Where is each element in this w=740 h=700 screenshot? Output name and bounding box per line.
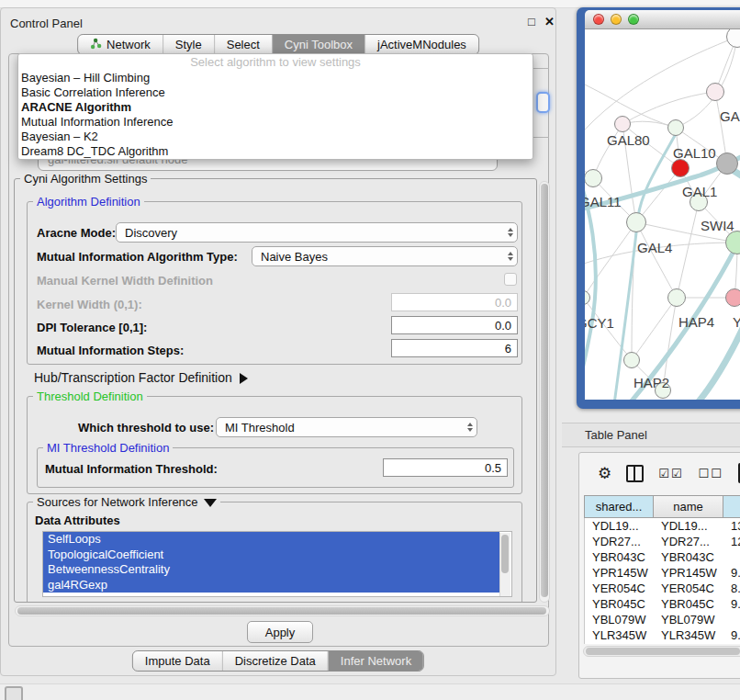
network-node-unlabeled[interactable] bbox=[716, 152, 738, 175]
stepper-icon bbox=[508, 228, 513, 237]
select-all-checks-icon[interactable]: ☑☑ bbox=[658, 468, 683, 480]
tab-infer-network[interactable]: Infer Network bbox=[328, 651, 423, 671]
network-node-gal10[interactable] bbox=[667, 119, 684, 136]
algorithm-option[interactable]: Dream8 DC_TDC Algorithm bbox=[18, 144, 533, 159]
cell: YBR043C bbox=[585, 549, 654, 565]
which-threshold-combobox[interactable]: MI Threshold bbox=[216, 417, 477, 437]
dropdown-placeholder: Select algorithm to view settings bbox=[18, 54, 533, 71]
mi-type-combobox[interactable]: Naive Bayes bbox=[252, 246, 518, 266]
algorithm-option[interactable]: Bayesian – Hill Climbing bbox=[18, 71, 533, 85]
group-title: Threshold Definition bbox=[33, 390, 147, 403]
tab-impute-data[interactable]: Impute Data bbox=[133, 651, 222, 671]
table-row[interactable]: YPR145WYPR145W9. bbox=[585, 565, 740, 581]
cell: 12 bbox=[723, 534, 740, 549]
network-window-titlebar[interactable] bbox=[585, 10, 740, 29]
tab-label: Network bbox=[107, 38, 151, 51]
mi-steps-field[interactable]: 6 bbox=[391, 339, 518, 357]
manual-kernel-label: Manual Kernel Width Definition bbox=[37, 274, 213, 288]
attribute-item[interactable]: BetweennessCentrality bbox=[43, 562, 499, 578]
cyni-bottom-tabbar: Impute Data Discretize Data Infer Networ… bbox=[132, 650, 424, 672]
node-label: GAL80 bbox=[607, 132, 650, 148]
table-row[interactable]: YER054CYER054C8. bbox=[585, 581, 740, 596]
tab-label: Select bbox=[227, 38, 260, 51]
table-row[interactable]: YDL19...YDL19...13 bbox=[585, 518, 740, 534]
dpi-tolerance-field[interactable]: 0.0 bbox=[391, 316, 518, 334]
algorithm-option[interactable]: Basic Correlation Inference bbox=[18, 85, 533, 100]
tab-label: Infer Network bbox=[341, 654, 411, 668]
table-row[interactable]: YBR043CYBR043C bbox=[585, 549, 740, 565]
kernel-width-field[interactable]: 0.0 bbox=[391, 293, 518, 311]
mi-type-label: Mutual Information Algorithm Type: bbox=[37, 250, 238, 264]
network-node-gal80[interactable] bbox=[614, 116, 631, 132]
split-columns-icon[interactable] bbox=[626, 465, 644, 482]
column-header-name[interactable]: name bbox=[654, 496, 723, 517]
network-node-gal11[interactable] bbox=[585, 169, 602, 187]
sources-title-label: Sources for Network Inference bbox=[37, 495, 198, 509]
node-label: GCY1 bbox=[585, 315, 614, 331]
control-panel-window: Control Panel □ ✕ Network bbox=[0, 7, 556, 676]
hub-definition-label: Hub/Transcription Factor Definition bbox=[34, 370, 232, 385]
tab-select[interactable]: Select bbox=[214, 35, 272, 54]
table-row[interactable]: YLR345WYLR345W9. bbox=[585, 627, 740, 643]
node-label: GAL11 bbox=[585, 194, 622, 209]
tab-network[interactable]: Network bbox=[78, 35, 163, 54]
algorithm-option[interactable]: Mutual Information Inference bbox=[18, 115, 533, 130]
cell: YLR345W bbox=[654, 627, 723, 643]
network-node-y[interactable] bbox=[725, 288, 740, 307]
threshold-definition-group: Threshold Definition Which threshold to … bbox=[27, 396, 522, 494]
mi-threshold-field[interactable]: 0.5 bbox=[383, 458, 508, 477]
restore-panel-icon[interactable] bbox=[5, 686, 23, 700]
node-label: HAP4 bbox=[678, 314, 714, 330]
attribute-item[interactable]: gal4RGexp bbox=[43, 578, 499, 593]
zoom-traffic-light-icon[interactable] bbox=[628, 14, 639, 25]
combobox-value: Naive Bayes bbox=[261, 250, 328, 264]
network-node-gal-partial[interactable] bbox=[706, 83, 724, 101]
network-icon bbox=[90, 38, 102, 52]
attribute-item[interactable]: SelfLoops bbox=[43, 532, 499, 548]
algorithm-option[interactable]: Bayesian – K2 bbox=[18, 130, 533, 144]
node-label: Y bbox=[733, 314, 740, 330]
algorithm-option-selected[interactable]: ARACNE Algorithm bbox=[18, 100, 533, 115]
tab-jactivemnodules[interactable]: jActiveMNodules bbox=[364, 35, 478, 54]
network-node-gal4[interactable] bbox=[626, 212, 646, 232]
settings-vertical-scrollbar[interactable] bbox=[539, 181, 550, 603]
apply-button[interactable]: Apply bbox=[247, 621, 313, 643]
cell: YDR27... bbox=[585, 534, 654, 549]
deselect-all-checks-icon[interactable]: ☐☐ bbox=[699, 468, 723, 480]
close-traffic-light-icon[interactable] bbox=[593, 14, 604, 25]
tab-discretize-data[interactable]: Discretize Data bbox=[222, 651, 328, 671]
table-horizontal-scrollbar[interactable] bbox=[583, 646, 740, 657]
network-node-gal1-selected[interactable] bbox=[671, 159, 690, 177]
minimize-traffic-light-icon[interactable] bbox=[611, 14, 622, 25]
float-window-icon[interactable]: □ bbox=[528, 15, 535, 28]
tab-style[interactable]: Style bbox=[163, 35, 214, 54]
tab-label: jActiveMNodules bbox=[377, 38, 466, 51]
table-row[interactable]: YBL079WYBL079W bbox=[585, 612, 740, 627]
algorithm-definition-group: Algorithm Definition Aracne Mode: Discov… bbox=[27, 201, 522, 365]
cell: YBR045C bbox=[654, 596, 723, 612]
close-icon[interactable]: ✕ bbox=[544, 15, 555, 28]
column-header-shared-name[interactable]: shared... bbox=[585, 496, 654, 517]
hub-definition-toggle[interactable]: Hub/Transcription Factor Definition bbox=[34, 370, 248, 385]
table-panel-title: Table Panel bbox=[585, 428, 647, 442]
tab-cyni-toolbox[interactable]: Cyni Toolbox bbox=[272, 35, 364, 54]
gear-icon[interactable]: ⚙ bbox=[598, 466, 611, 481]
manual-kernel-checkbox[interactable] bbox=[504, 273, 517, 286]
sources-group-title[interactable]: Sources for Network Inference bbox=[33, 495, 220, 509]
table-row[interactable]: YIL052CYIL052C9. bbox=[585, 643, 740, 644]
settings-horizontal-scrollbar[interactable] bbox=[15, 605, 550, 616]
cell: YLR345W bbox=[585, 627, 654, 643]
column-header-partial[interactable] bbox=[723, 496, 740, 517]
aracne-mode-combobox[interactable]: Discovery bbox=[116, 222, 518, 243]
list-vertical-scrollbar[interactable] bbox=[499, 533, 510, 596]
table-row[interactable]: YDR27...YDR27...12 bbox=[585, 534, 740, 549]
collapse-down-icon bbox=[204, 499, 217, 507]
attribute-item[interactable]: TopologicalCoefficient bbox=[43, 548, 499, 563]
network-node-hap2[interactable] bbox=[623, 352, 640, 368]
network-node-hap4[interactable] bbox=[667, 288, 686, 307]
mi-steps-label: Mutual Information Steps: bbox=[37, 344, 184, 357]
cell: YER054C bbox=[654, 581, 723, 596]
network-canvas[interactable]: GAL80 GAL10 GAL1 GAL11 SWI4 GAL4 GCY1 HA… bbox=[585, 29, 740, 400]
table-row[interactable]: YBR045CYBR045C9. bbox=[585, 596, 740, 612]
aracne-mode-label: Aracne Mode: bbox=[37, 226, 116, 240]
